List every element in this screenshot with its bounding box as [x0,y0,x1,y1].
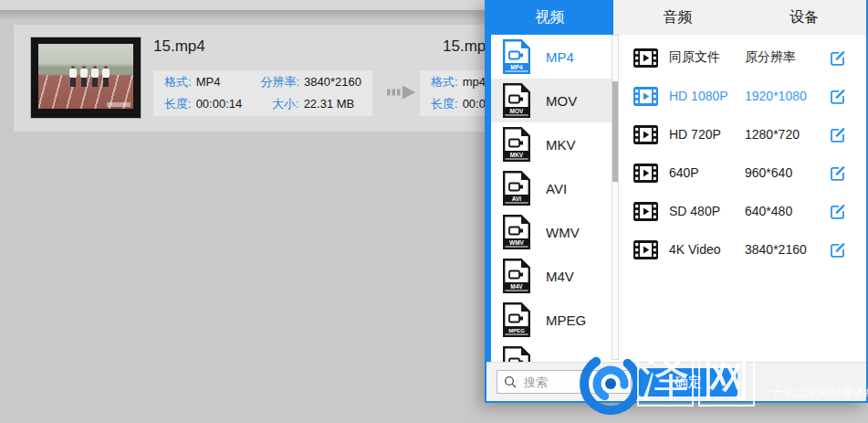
format-value: MP4 [196,71,221,93]
thumbnail-figure [80,66,88,88]
tab-video[interactable]: 视频 [486,0,613,35]
svg-text:MKV: MKV [510,152,524,158]
thumbnail-watermark [107,102,131,107]
edit-settings-icon[interactable] [828,164,847,183]
filmstrip-icon [633,164,658,183]
format-item-m4v[interactable]: M4V M4V [491,254,618,298]
search-input[interactable] [522,375,617,390]
duration-value: 00:00:14 [196,93,243,115]
quality-resolution: 1280*720 [745,127,800,142]
format-label: MPEG [546,312,586,328]
format-label: MKV [546,137,576,153]
filmstrip-icon [633,240,658,259]
resolution-value: 3840*2160 [304,71,361,93]
convert-direction-icon [387,81,418,103]
quality-resolution: 640*480 [745,204,792,218]
format-label: 格式: [431,71,458,93]
format-list-scrollbar[interactable] [612,35,619,360]
svg-text:MOV: MOV [510,108,524,114]
source-file-title: 15.mp4 [153,37,205,56]
tab-audio[interactable]: 音频 [613,0,742,35]
video-thumbnail [30,37,141,119]
thumbnail-figure [102,66,110,88]
popup-tab-bar: 视频 音频 设备 [486,0,866,35]
quality-item-original[interactable]: 同原文件 原分辨率 [620,38,866,77]
file-format-icon: MOV [503,83,530,118]
size-label: 大小: [272,93,299,115]
format-value: mp4 [463,71,486,93]
svg-text:MPEG: MPEG [508,328,525,333]
filmstrip-icon [633,125,658,144]
format-item-mpeg[interactable]: MPEG MPEG [491,298,618,342]
resolution-label: 分辨率: [260,71,299,93]
thumbnail-photo [38,44,133,109]
quality-resolution: 3840*2160 [745,242,807,257]
quality-name: HD 1080P [669,89,728,103]
quality-item-hd720p[interactable]: HD 720P 1280*720 [620,115,866,153]
file-format-icon: M4V [503,259,530,293]
filmstrip-icon [633,48,658,68]
edit-settings-icon[interactable] [828,87,847,106]
format-label: MOV [546,93,577,109]
format-label: 格式: [164,71,192,93]
svg-text:M4V: M4V [510,283,523,290]
quality-item-sd480p[interactable]: SD 480P 640*480 [620,192,866,230]
format-item-mp4[interactable]: MP4 MP4 [491,35,618,79]
edit-settings-icon[interactable] [828,202,847,221]
format-label: WMV [546,225,580,240]
file-format-icon: MKV [503,127,530,162]
format-item-wmv[interactable]: WMV WMV [491,210,618,254]
duration-label: 长度: [431,93,458,115]
scrollbar-thumb[interactable] [612,81,618,182]
format-list: MP4 MP4 MOV MOV [486,35,618,363]
file-format-icon [503,346,530,363]
svg-text:AVI: AVI [512,196,522,202]
quality-name: 640P [669,165,699,180]
source-file-info: 格式:MP4 分辨率:3840*2160 长度:00:00:14 大小:22.3… [153,70,372,116]
format-label: MP4 [546,49,574,65]
quality-name: HD 720P [669,127,721,142]
edit-settings-icon[interactable] [828,240,847,259]
format-item-avi[interactable]: AVI AVI [491,166,618,210]
format-item-mov[interactable]: MOV MOV [491,79,618,122]
quality-item-640p[interactable]: 640P 960*640 [620,153,866,192]
quality-resolution: 960*640 [745,165,792,180]
filmstrip-icon [633,87,658,106]
svg-text:MP4: MP4 [510,64,523,70]
svg-text:WMV: WMV [509,239,525,246]
app-window: 15.mp4 格式:MP4 分辨率:3840*2160 长度:00:00:14 … [0,0,868,423]
quality-list: 同原文件 原分辨率 HD 1080P 1920*1080 [620,35,866,363]
quality-item-hd1080p[interactable]: HD 1080P 1920*1080 [620,77,866,115]
file-format-icon: MPEG [503,302,530,337]
popup-bottom-bar: 确定 [486,362,866,401]
search-icon [504,375,517,388]
quality-resolution: 1920*1080 [745,89,807,103]
quality-resolution: 原分辨率 [745,49,796,66]
edit-settings-icon[interactable] [828,48,847,68]
file-format-icon: MP4 [503,39,530,74]
quality-name: 同原文件 [669,49,720,66]
file-format-icon: AVI [503,171,530,206]
duration-label: 长度: [164,93,192,115]
output-format-popup: 视频 音频 设备 MP4 MP4 [485,0,868,403]
filmstrip-icon [633,202,658,221]
tab-device[interactable]: 设备 [742,0,866,35]
format-label: M4V [546,269,574,284]
thumbnail-figure [91,66,99,88]
search-box[interactable] [497,370,632,394]
confirm-button[interactable]: 确定 [639,368,737,397]
format-item-mkv[interactable]: MKV MKV [491,122,618,166]
thumbnail-figure [69,66,77,88]
file-format-icon: WMV [503,215,530,249]
quality-name: SD 480P [669,204,720,218]
edit-settings-icon[interactable] [828,125,847,144]
quality-item-4k[interactable]: 4K Video 3840*2160 [620,230,866,269]
format-label: AVI [546,181,567,196]
size-value: 22.31 MB [304,93,355,115]
format-item-partial[interactable] [491,342,618,363]
quality-name: 4K Video [669,242,721,257]
